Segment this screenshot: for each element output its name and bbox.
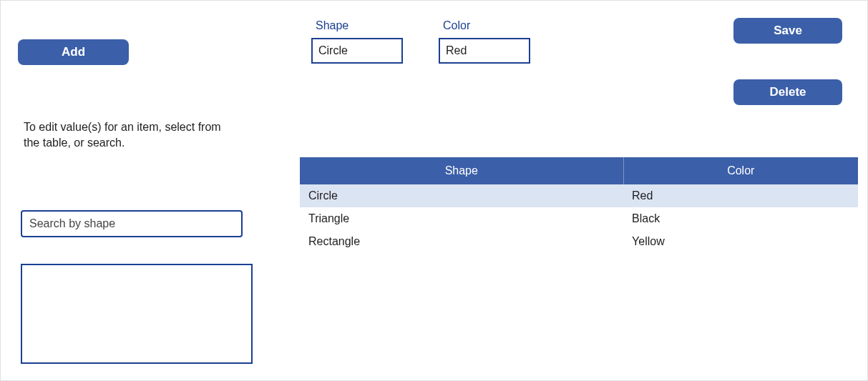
cell-shape: Triangle: [300, 207, 623, 230]
instruction-text: To edit value(s) for an item, select fro…: [24, 119, 238, 152]
cell-color: Yellow: [623, 230, 858, 253]
table-header-shape: Shape: [300, 157, 623, 184]
table-row[interactable]: CircleRed: [300, 184, 858, 207]
search-results-listbox[interactable]: [21, 264, 253, 364]
add-button[interactable]: Add: [18, 39, 129, 65]
table-header-color: Color: [623, 157, 858, 184]
table-header-row: Shape Color: [300, 157, 858, 184]
color-input[interactable]: [439, 38, 530, 64]
search-input[interactable]: [21, 210, 243, 237]
color-label: Color: [443, 19, 470, 32]
save-button[interactable]: Save: [733, 18, 842, 44]
delete-button[interactable]: Delete: [733, 79, 842, 105]
cell-color: Red: [623, 184, 858, 207]
shape-label: Shape: [316, 19, 348, 32]
table-row[interactable]: RectangleYellow: [300, 230, 858, 253]
shape-input[interactable]: [311, 38, 403, 64]
shapes-table: Shape Color CircleRedTriangleBlackRectan…: [300, 157, 858, 253]
cell-shape: Circle: [300, 184, 623, 207]
cell-color: Black: [623, 207, 858, 230]
table-row[interactable]: TriangleBlack: [300, 207, 858, 230]
cell-shape: Rectangle: [300, 230, 623, 253]
